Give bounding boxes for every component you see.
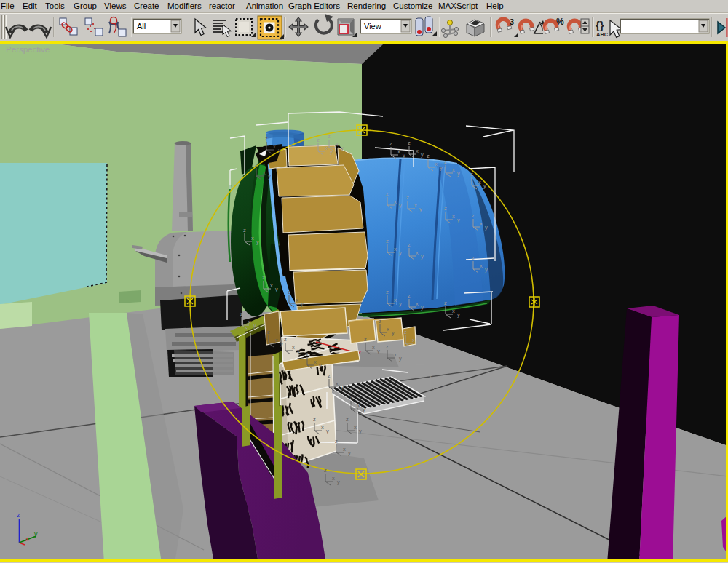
- svg-text:z: z: [349, 394, 352, 401]
- svg-text:y: y: [301, 300, 304, 307]
- svg-text:y: y: [297, 348, 300, 354]
- svg-text:y: y: [319, 362, 322, 369]
- svg-text:y: y: [403, 152, 405, 159]
- svg-text:z: z: [472, 212, 475, 219]
- svg-text:z: z: [17, 511, 20, 519]
- svg-text:x: x: [357, 402, 360, 409]
- svg-text:{}: {}: [596, 19, 604, 31]
- svg-text:y: y: [457, 311, 460, 318]
- svg-text:y: y: [399, 355, 402, 362]
- svg-text:y: y: [399, 249, 402, 256]
- svg-text:x: x: [394, 351, 397, 358]
- svg-text:z: z: [444, 300, 447, 306]
- svg-text:y: y: [483, 183, 486, 189]
- svg-text:z: z: [262, 274, 265, 281]
- svg-text:x: x: [416, 249, 419, 256]
- svg-text:x: x: [332, 475, 335, 482]
- svg-text:y: y: [399, 300, 402, 307]
- svg-text:x: x: [372, 344, 375, 351]
- svg-text:y: y: [337, 479, 340, 485]
- svg-text:y: y: [348, 450, 351, 456]
- svg-text:x: x: [423, 359, 426, 365]
- svg-text:z: z: [306, 351, 309, 357]
- svg-text:z: z: [379, 318, 381, 324]
- svg-text:x: x: [314, 359, 317, 365]
- svg-text:z: z: [255, 161, 258, 168]
- svg-text:x: x: [394, 246, 397, 252]
- svg-text:x: x: [394, 199, 397, 205]
- svg-text:y: y: [443, 384, 446, 391]
- svg-text:x: x: [452, 167, 455, 173]
- svg-text:x: x: [273, 143, 276, 150]
- svg-text:y: y: [268, 173, 271, 180]
- svg-text:x: x: [336, 380, 339, 387]
- svg-text:y: y: [421, 151, 424, 158]
- svg-text:x: x: [296, 297, 298, 303]
- svg-text:x: x: [438, 380, 440, 387]
- svg-text:y: y: [275, 286, 278, 292]
- svg-text:y: y: [485, 266, 488, 273]
- svg-text:z: z: [415, 351, 418, 357]
- svg-text:z: z: [404, 329, 407, 335]
- svg-text:x: x: [387, 326, 389, 332]
- svg-text:y: y: [341, 384, 344, 391]
- svg-text:x: x: [325, 145, 328, 151]
- svg-text:z: z: [313, 416, 316, 423]
- svg-text:y: y: [363, 406, 365, 412]
- svg-text:x: x: [416, 148, 419, 154]
- svg-text:z: z: [386, 343, 389, 350]
- svg-text:y: y: [278, 147, 281, 153]
- svg-text:z: z: [470, 171, 473, 177]
- svg-text:y: y: [417, 340, 420, 347]
- svg-text:z: z: [389, 140, 392, 147]
- svg-text:z: z: [346, 416, 349, 423]
- svg-text:z: z: [444, 159, 447, 165]
- svg-text:y: y: [34, 530, 38, 538]
- svg-text:x: x: [394, 297, 397, 303]
- svg-text:x: x: [412, 337, 415, 343]
- svg-text:z: z: [386, 238, 389, 244]
- svg-text:ABC: ABC: [596, 31, 609, 38]
- svg-text:z: z: [430, 372, 432, 379]
- svg-text:y: y: [392, 330, 395, 336]
- svg-text:z: z: [328, 133, 331, 140]
- svg-text:y: y: [377, 348, 380, 354]
- svg-text:x: x: [251, 235, 254, 241]
- svg-text:x: x: [275, 337, 278, 343]
- svg-text:x: x: [270, 282, 273, 289]
- svg-text:z: z: [408, 140, 411, 146]
- svg-text:View: View: [364, 22, 381, 31]
- svg-text:z: z: [243, 227, 246, 233]
- svg-text:z: z: [324, 467, 327, 474]
- svg-text:y: y: [421, 304, 424, 311]
- svg-text:y: y: [326, 428, 329, 434]
- svg-text:y: y: [280, 340, 283, 347]
- svg-text:All: All: [137, 22, 146, 31]
- svg-text:y: y: [440, 164, 443, 171]
- svg-text:y: y: [359, 428, 362, 434]
- svg-text:y: y: [457, 217, 460, 223]
- svg-text:x: x: [435, 161, 438, 167]
- svg-text:z: z: [328, 372, 331, 379]
- svg-text:y: y: [341, 145, 344, 151]
- svg-text:z: z: [444, 205, 447, 212]
- svg-text:x: x: [25, 535, 29, 543]
- svg-text:x: x: [343, 446, 346, 452]
- svg-text:z: z: [335, 438, 338, 444]
- svg-text:x: x: [416, 300, 419, 307]
- svg-text:%: %: [556, 17, 564, 27]
- svg-text:3: 3: [510, 17, 514, 26]
- svg-text:y: y: [421, 253, 424, 260]
- svg-text:y: y: [457, 170, 460, 177]
- svg-text:x: x: [452, 213, 455, 220]
- svg-text:z: z: [427, 153, 430, 159]
- svg-text:z: z: [408, 292, 411, 299]
- svg-text:x: x: [321, 424, 324, 431]
- svg-text:x: x: [478, 179, 481, 185]
- svg-text:z: z: [284, 336, 287, 343]
- svg-text:Perspective: Perspective: [6, 45, 50, 54]
- svg-text:x: x: [480, 220, 483, 227]
- svg-text:y: y: [399, 202, 402, 209]
- svg-text:x: x: [263, 169, 266, 176]
- svg-text:z: z: [288, 289, 290, 295]
